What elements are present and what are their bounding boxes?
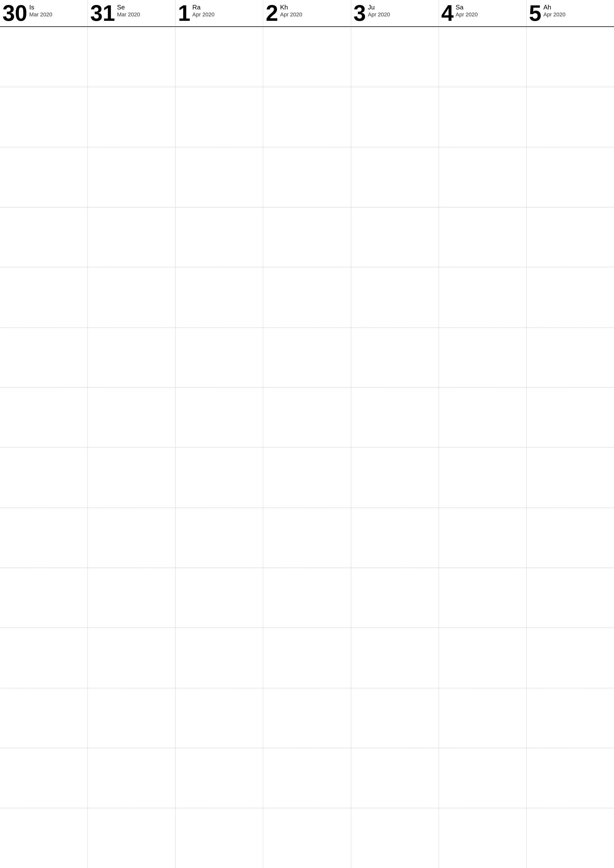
time-slot[interactable]	[527, 388, 614, 448]
time-slot[interactable]	[175, 808, 263, 868]
time-slot[interactable]	[527, 628, 614, 688]
time-slot[interactable]	[175, 388, 263, 448]
time-slot[interactable]	[263, 568, 350, 628]
time-slot[interactable]	[0, 27, 87, 87]
time-slot[interactable]	[527, 147, 614, 208]
time-slot[interactable]	[0, 147, 87, 208]
time-slot[interactable]	[351, 748, 439, 808]
time-slot[interactable]	[527, 688, 614, 748]
time-slot[interactable]	[263, 208, 350, 268]
time-slot[interactable]	[175, 147, 263, 208]
time-slot[interactable]	[263, 267, 350, 327]
time-slot[interactable]	[263, 748, 350, 808]
time-slot[interactable]	[88, 808, 175, 868]
time-slot[interactable]	[527, 568, 614, 628]
time-slot[interactable]	[439, 87, 526, 147]
time-slot[interactable]	[88, 208, 175, 268]
time-slot[interactable]	[351, 808, 439, 868]
time-slot[interactable]	[0, 628, 87, 688]
time-slot[interactable]	[263, 688, 350, 748]
time-slot[interactable]	[263, 808, 350, 868]
time-slot[interactable]	[88, 688, 175, 748]
time-slot[interactable]	[175, 508, 263, 568]
time-slot[interactable]	[351, 208, 439, 268]
time-slot[interactable]	[527, 448, 614, 508]
day-body-1[interactable]	[175, 27, 263, 868]
time-slot[interactable]	[351, 27, 439, 87]
time-slot[interactable]	[527, 267, 614, 327]
time-slot[interactable]	[175, 628, 263, 688]
time-slot[interactable]	[351, 568, 439, 628]
time-slot[interactable]	[0, 688, 87, 748]
time-slot[interactable]	[88, 87, 175, 147]
time-slot[interactable]	[175, 27, 263, 87]
time-slot[interactable]	[527, 327, 614, 388]
time-slot[interactable]	[527, 808, 614, 868]
time-slot[interactable]	[351, 147, 439, 208]
day-body-2[interactable]	[263, 27, 351, 868]
time-slot[interactable]	[88, 327, 175, 388]
day-body-4[interactable]	[439, 27, 527, 868]
time-slot[interactable]	[439, 808, 526, 868]
time-slot[interactable]	[439, 388, 526, 448]
time-slot[interactable]	[88, 748, 175, 808]
time-slot[interactable]	[175, 267, 263, 327]
time-slot[interactable]	[527, 208, 614, 268]
time-slot[interactable]	[175, 327, 263, 388]
time-slot[interactable]	[0, 267, 87, 327]
time-slot[interactable]	[263, 508, 350, 568]
time-slot[interactable]	[439, 267, 526, 327]
time-slot[interactable]	[88, 388, 175, 448]
time-slot[interactable]	[527, 27, 614, 87]
time-slot[interactable]	[175, 448, 263, 508]
time-slot[interactable]	[351, 267, 439, 327]
time-slot[interactable]	[351, 388, 439, 448]
time-slot[interactable]	[0, 748, 87, 808]
day-body-30[interactable]	[0, 27, 88, 868]
time-slot[interactable]	[439, 508, 526, 568]
time-slot[interactable]	[263, 388, 350, 448]
time-slot[interactable]	[351, 508, 439, 568]
time-slot[interactable]	[439, 748, 526, 808]
time-slot[interactable]	[351, 87, 439, 147]
time-slot[interactable]	[0, 808, 87, 868]
time-slot[interactable]	[0, 327, 87, 388]
time-slot[interactable]	[351, 327, 439, 388]
time-slot[interactable]	[88, 508, 175, 568]
day-body-3[interactable]	[351, 27, 439, 868]
time-slot[interactable]	[263, 448, 350, 508]
time-slot[interactable]	[351, 448, 439, 508]
time-slot[interactable]	[439, 327, 526, 388]
time-slot[interactable]	[527, 87, 614, 147]
time-slot[interactable]	[0, 388, 87, 448]
time-slot[interactable]	[175, 568, 263, 628]
time-slot[interactable]	[175, 87, 263, 147]
time-slot[interactable]	[0, 448, 87, 508]
time-slot[interactable]	[439, 568, 526, 628]
time-slot[interactable]	[351, 628, 439, 688]
time-slot[interactable]	[88, 448, 175, 508]
time-slot[interactable]	[527, 748, 614, 808]
time-slot[interactable]	[263, 27, 350, 87]
day-body-31[interactable]	[88, 27, 175, 868]
time-slot[interactable]	[263, 147, 350, 208]
time-slot[interactable]	[439, 147, 526, 208]
time-slot[interactable]	[88, 27, 175, 87]
time-slot[interactable]	[0, 568, 87, 628]
time-slot[interactable]	[439, 628, 526, 688]
time-slot[interactable]	[527, 508, 614, 568]
time-slot[interactable]	[88, 628, 175, 688]
time-slot[interactable]	[439, 448, 526, 508]
time-slot[interactable]	[88, 147, 175, 208]
time-slot[interactable]	[439, 208, 526, 268]
time-slot[interactable]	[351, 688, 439, 748]
time-slot[interactable]	[175, 688, 263, 748]
time-slot[interactable]	[88, 568, 175, 628]
day-body-5[interactable]	[527, 27, 614, 868]
time-slot[interactable]	[263, 327, 350, 388]
time-slot[interactable]	[0, 508, 87, 568]
time-slot[interactable]	[439, 27, 526, 87]
time-slot[interactable]	[88, 267, 175, 327]
time-slot[interactable]	[263, 87, 350, 147]
time-slot[interactable]	[0, 87, 87, 147]
